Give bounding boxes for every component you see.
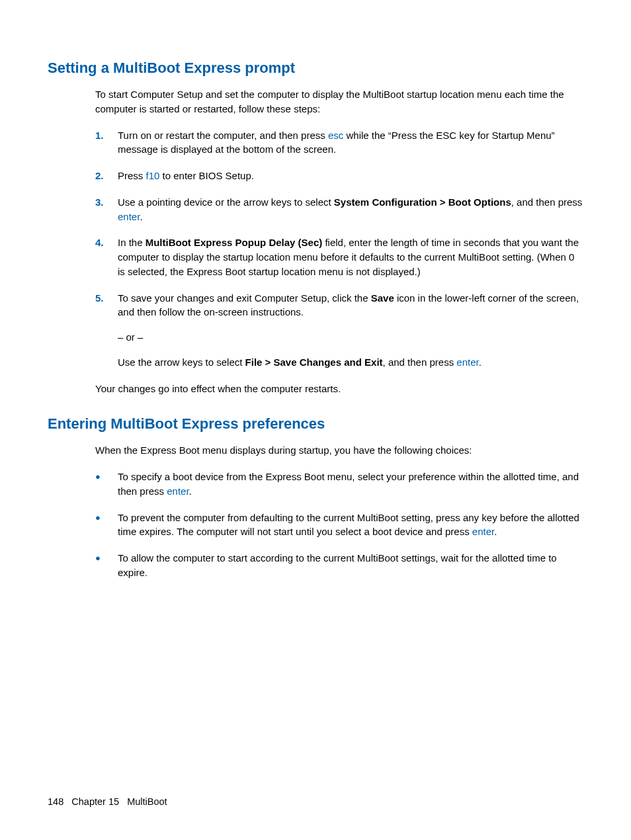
key-f10: f10 — [146, 170, 160, 181]
section2-heading: Entering MultiBoot Express preferences — [48, 415, 583, 433]
step-body: To save your changes and exit Computer S… — [118, 291, 583, 370]
step-body: In the MultiBoot Express Popup Delay (Se… — [118, 235, 583, 278]
step-or: – or – — [118, 330, 583, 345]
step-1: 1. Turn on or restart the computer, and … — [95, 128, 583, 157]
text: Turn on or restart the computer, and the… — [118, 130, 328, 141]
step-number: 5. — [95, 291, 118, 306]
step-number: 1. — [95, 128, 118, 143]
key-enter: enter — [167, 485, 189, 497]
text: Press — [118, 170, 146, 181]
bold-save: Save — [371, 292, 394, 304]
text: To allow the computer to start according… — [118, 552, 557, 578]
key-enter: enter — [118, 211, 140, 222]
text: to enter BIOS Setup. — [159, 170, 254, 181]
bullet-1: ● To specify a boot device from the Expr… — [95, 470, 583, 499]
step-5: 5. To save your changes and exit Compute… — [95, 291, 583, 370]
bullet-2: ● To prevent the computer from defaultin… — [95, 511, 583, 540]
bullet-body: To specify a boot device from the Expres… — [118, 470, 583, 499]
text: Use a pointing device or the arrow keys … — [118, 196, 334, 208]
bold-path: System Configuration > Boot Options — [334, 196, 511, 208]
step-4: 4. In the MultiBoot Express Popup Delay … — [95, 235, 583, 278]
text: . — [189, 485, 192, 497]
bullet-icon: ● — [95, 511, 118, 525]
step-number: 3. — [95, 195, 118, 210]
text: , and then press — [511, 196, 583, 208]
section2: Entering MultiBoot Express preferences W… — [48, 415, 583, 579]
bullet-body: To allow the computer to start according… — [118, 551, 583, 580]
bold-field: MultiBoot Express Popup Delay (Sec) — [146, 237, 323, 248]
key-esc: esc — [328, 130, 343, 141]
text: . — [479, 357, 482, 368]
text: Use the arrow keys to select — [118, 357, 245, 368]
text: . — [140, 211, 142, 222]
key-enter: enter — [472, 526, 494, 537]
bullet-list: ● To specify a boot device from the Expr… — [95, 470, 583, 580]
section1-outro: Your changes go into effect when the com… — [95, 382, 583, 396]
section1-intro: To start Computer Setup and set the comp… — [95, 87, 583, 116]
text: To prevent the computer from defaulting … — [118, 512, 579, 538]
page-number: 148 — [48, 796, 63, 807]
text: To save your changes and exit Computer S… — [118, 292, 371, 304]
bullet-body: To prevent the computer from defaulting … — [118, 511, 583, 540]
text: In the — [118, 237, 146, 248]
step-alt: Use the arrow keys to select File > Save… — [118, 355, 583, 370]
key-enter: enter — [456, 357, 478, 368]
page-footer: 148 Chapter 15 MultiBoot — [48, 796, 167, 807]
step-2: 2. Press f10 to enter BIOS Setup. — [95, 169, 583, 183]
bullet-icon: ● — [95, 551, 118, 566]
step-number: 4. — [95, 235, 118, 250]
page-content: Setting a MultiBoot Express prompt To st… — [0, 0, 631, 625]
chapter-title: MultiBoot — [127, 796, 167, 807]
bullet-icon: ● — [95, 470, 118, 484]
text: . — [494, 526, 497, 537]
text: , and then press — [383, 357, 457, 368]
step-body: Press f10 to enter BIOS Setup. — [118, 169, 583, 183]
step-number: 2. — [95, 169, 118, 183]
steps-list: 1. Turn on or restart the computer, and … — [95, 128, 583, 370]
section2-intro: When the Express Boot menu displays duri… — [95, 443, 583, 458]
section1-heading: Setting a MultiBoot Express prompt — [48, 60, 583, 77]
step-body: Turn on or restart the computer, and the… — [118, 128, 583, 157]
chapter-label: Chapter 15 — [71, 796, 119, 807]
bullet-3: ● To allow the computer to start accordi… — [95, 551, 583, 580]
step-3: 3. Use a pointing device or the arrow ke… — [95, 195, 583, 224]
bold-file-save: File > Save Changes and Exit — [245, 357, 383, 368]
step-body: Use a pointing device or the arrow keys … — [118, 195, 583, 224]
